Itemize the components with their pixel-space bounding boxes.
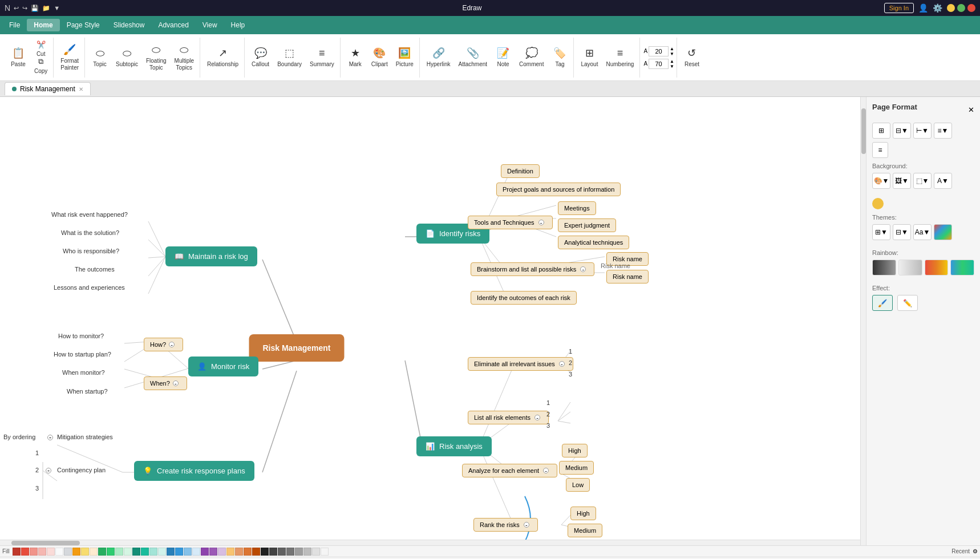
maximize-button[interactable] (957, 4, 965, 12)
tag-button[interactable]: 🏷️ Tag (548, 40, 571, 75)
color-swatch-green[interactable] (107, 548, 115, 556)
outcomes-topic[interactable]: The outcomes (75, 266, 115, 273)
effect-fill-btn[interactable]: 🖌️ (872, 295, 893, 311)
color-swatch-orange[interactable] (72, 548, 80, 556)
risk-name-2-topic[interactable]: Risk name (606, 270, 649, 283)
color-swatch-brown-dark[interactable] (252, 548, 260, 556)
zoom-down-icon[interactable]: ▼ (670, 64, 674, 69)
panel-snap-icon[interactable]: ⊢▼ (913, 123, 932, 139)
zoom-up-icon[interactable]: ▲ (670, 59, 674, 64)
recent-settings-icon[interactable]: ⚙ (973, 548, 978, 554)
picture-button[interactable]: 🖼️ Picture (392, 40, 417, 75)
how-startup-topic[interactable]: How to startup plan? (54, 351, 111, 358)
menu-slideshow[interactable]: Slideshow (107, 19, 152, 31)
rainbow-cool-btn[interactable] (950, 260, 974, 276)
color-swatch-gray4[interactable] (312, 548, 320, 556)
redo-icon[interactable]: ↪ (22, 5, 27, 12)
open-icon[interactable]: 📁 (42, 5, 50, 12)
color-swatch-teal-light[interactable] (149, 548, 157, 556)
theme-color-icon[interactable] (934, 224, 952, 240)
meetings-topic[interactable]: Meetings (558, 201, 596, 215)
comment-button[interactable]: 💭 Comment (516, 40, 547, 75)
color-swatch-purple[interactable] (209, 548, 217, 556)
branch-maintain-log[interactable]: 📖 Maintain a risk log (165, 246, 257, 266)
note-button[interactable]: 📝 Note (492, 40, 515, 75)
brainstorm-collapse-icon[interactable]: - (580, 266, 586, 272)
font-size-input[interactable] (649, 46, 669, 56)
canvas[interactable]: Risk Management 📄 Identify risks 👤 Monit… (0, 97, 866, 545)
analytical-techniques-topic[interactable]: Analytical techniques (558, 236, 629, 249)
relationship-button[interactable]: ↗ Relationship (204, 40, 242, 75)
medium-2-topic[interactable]: Medium (568, 524, 602, 537)
rainbow-light-btn[interactable] (898, 260, 922, 276)
color-swatch-teal-dark[interactable] (132, 548, 140, 556)
font-size-down-icon[interactable]: ▼ (670, 51, 674, 56)
quick-access-icon[interactable]: ▼ (54, 5, 60, 11)
layout-button[interactable]: ⊞ Layout (577, 40, 601, 75)
tab-risk-management[interactable]: Risk Management ✕ (5, 82, 91, 95)
color-swatch-brown[interactable] (244, 548, 252, 556)
panel-layout-icon[interactable]: ⊞ (872, 123, 890, 139)
bg-fill-icon[interactable]: 🎨▼ (872, 173, 890, 189)
zoom-input[interactable] (649, 59, 669, 69)
how-monitor-topic[interactable]: How to monitor? (58, 333, 104, 339)
menu-file[interactable]: File (2, 19, 27, 31)
bg-text-icon[interactable]: A▼ (934, 173, 952, 189)
color-swatch-green-dark[interactable] (98, 548, 106, 556)
how-collapse-icon[interactable]: - (169, 342, 175, 347)
settings-icon[interactable]: ⚙️ (933, 3, 942, 13)
definition-topic[interactable]: Definition (501, 164, 540, 178)
color-swatch-purple-light[interactable] (218, 548, 226, 556)
branch-risk-analysis[interactable]: 📊 Risk analysis (416, 436, 492, 456)
font-size-up-icon[interactable]: ▲ (670, 46, 674, 51)
color-swatch-gray2[interactable] (295, 548, 303, 556)
color-swatch-red-light[interactable] (30, 548, 38, 556)
rank-collapse-icon[interactable]: - (524, 522, 529, 528)
color-swatch-gray3[interactable] (303, 548, 311, 556)
tools-collapse-icon[interactable]: - (538, 220, 544, 225)
menu-page-style[interactable]: Page Style (60, 19, 107, 31)
high-1-topic[interactable]: High (562, 444, 588, 457)
multiple-topics-button[interactable]: ⬭ MultipleTopics (171, 40, 197, 75)
topic-button[interactable]: ⬭ Topic (88, 40, 111, 75)
tools-techniques-topic[interactable]: Tools and Techniques - (468, 216, 553, 229)
what-risk-event-topic[interactable]: What risk event happened? (51, 211, 128, 218)
branch-monitor-risk[interactable]: 👤 Monitor risk (188, 357, 258, 376)
lessons-topic[interactable]: Lessons and experiences (54, 284, 125, 291)
theme-text-icon[interactable]: Aa▼ (913, 224, 932, 240)
eliminate-issues-topic[interactable]: Eliminate all irrelevant issues - (468, 357, 573, 371)
identify-outcomes-topic[interactable]: Identify the outcomes of each risk (471, 291, 577, 305)
color-swatch-purple-dark[interactable] (201, 548, 209, 556)
menu-advanced[interactable]: Advanced (151, 19, 195, 31)
what-solution-topic[interactable]: What is the solution? (61, 229, 119, 236)
theme-grid1-icon[interactable]: ⊞▼ (872, 224, 890, 240)
numbering-button[interactable]: ≡ Numbering (602, 40, 637, 75)
color-swatch-red[interactable] (21, 548, 29, 556)
callout-button[interactable]: 💬 Callout (248, 40, 273, 75)
vertical-scrollbar[interactable] (860, 97, 866, 545)
menu-view[interactable]: View (196, 19, 224, 31)
save-icon[interactable]: 💾 (31, 5, 39, 12)
clipart-button[interactable]: 🎨 Clipart (368, 40, 391, 75)
color-swatch-gray1[interactable] (286, 548, 294, 556)
bg-shape-icon[interactable]: ⬚▼ (913, 173, 932, 189)
brainstorm-topic[interactable]: Brainstorm and list all possible risks - (471, 262, 594, 276)
list-risk-elements-topic[interactable]: List all risk elements - (468, 411, 549, 424)
rainbow-warm-btn[interactable] (925, 260, 949, 276)
color-swatch-pink[interactable] (38, 548, 46, 556)
when-startup-topic[interactable]: When startup? (67, 388, 108, 395)
project-goals-topic[interactable]: Project goals and sources of information (496, 183, 621, 196)
hyperlink-button[interactable]: 🔗 Hyperlink (423, 40, 454, 75)
color-swatch-blue-pale[interactable] (192, 548, 200, 556)
menu-help[interactable]: Help (224, 19, 252, 31)
rainbow-dark-btn[interactable] (872, 260, 896, 276)
color-swatch-dark2[interactable] (278, 548, 286, 556)
medium-1-topic[interactable]: Medium (559, 461, 594, 475)
color-swatch-pink-light[interactable] (47, 548, 55, 556)
color-swatch-gray[interactable] (64, 548, 72, 556)
analyze-element-topic[interactable]: Analyze for each element - (462, 464, 557, 477)
sign-in-button[interactable]: Sign In (884, 3, 914, 13)
how-topic[interactable]: How? - (144, 338, 183, 351)
eliminate-collapse-icon[interactable]: - (559, 361, 565, 367)
reset-button[interactable]: ↺ Reset (681, 40, 703, 75)
